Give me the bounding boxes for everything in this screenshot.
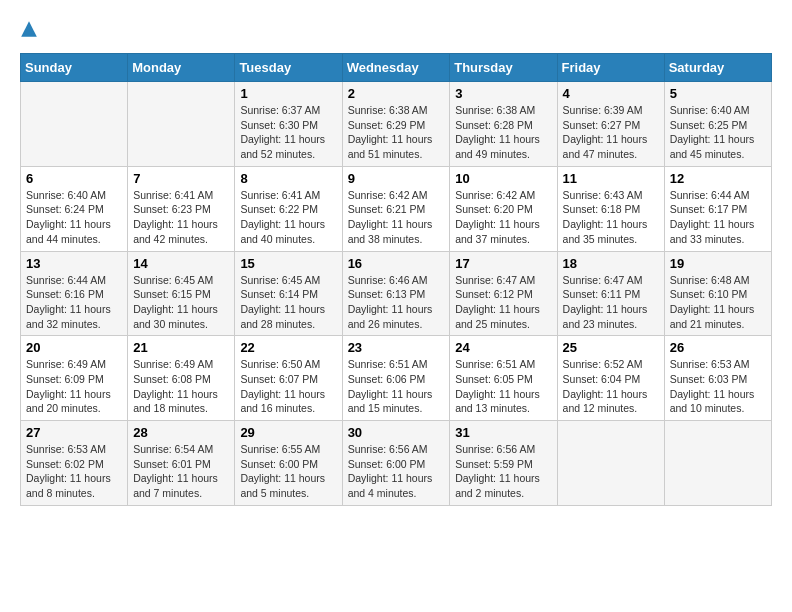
calendar-cell: 30Sunrise: 6:56 AMSunset: 6:00 PMDayligh… <box>342 421 450 506</box>
calendar-cell: 22Sunrise: 6:50 AMSunset: 6:07 PMDayligh… <box>235 336 342 421</box>
calendar-cell: 3Sunrise: 6:38 AMSunset: 6:28 PMDaylight… <box>450 82 557 167</box>
day-number: 27 <box>26 425 122 440</box>
day-info: Sunrise: 6:53 AMSunset: 6:03 PMDaylight:… <box>670 357 766 416</box>
calendar-header-row: SundayMondayTuesdayWednesdayThursdayFrid… <box>21 54 772 82</box>
week-row-2: 6Sunrise: 6:40 AMSunset: 6:24 PMDaylight… <box>21 166 772 251</box>
header-tuesday: Tuesday <box>235 54 342 82</box>
calendar-cell <box>21 82 128 167</box>
day-number: 3 <box>455 86 551 101</box>
calendar-cell: 21Sunrise: 6:49 AMSunset: 6:08 PMDayligh… <box>128 336 235 421</box>
day-info: Sunrise: 6:53 AMSunset: 6:02 PMDaylight:… <box>26 442 122 501</box>
day-number: 22 <box>240 340 336 355</box>
day-number: 19 <box>670 256 766 271</box>
day-info: Sunrise: 6:39 AMSunset: 6:27 PMDaylight:… <box>563 103 659 162</box>
day-info: Sunrise: 6:40 AMSunset: 6:25 PMDaylight:… <box>670 103 766 162</box>
calendar-cell: 24Sunrise: 6:51 AMSunset: 6:05 PMDayligh… <box>450 336 557 421</box>
page-header <box>20 20 772 38</box>
day-info: Sunrise: 6:56 AMSunset: 6:00 PMDaylight:… <box>348 442 445 501</box>
day-info: Sunrise: 6:51 AMSunset: 6:05 PMDaylight:… <box>455 357 551 416</box>
header-friday: Friday <box>557 54 664 82</box>
day-info: Sunrise: 6:44 AMSunset: 6:16 PMDaylight:… <box>26 273 122 332</box>
week-row-1: 1Sunrise: 6:37 AMSunset: 6:30 PMDaylight… <box>21 82 772 167</box>
day-number: 7 <box>133 171 229 186</box>
calendar-cell: 12Sunrise: 6:44 AMSunset: 6:17 PMDayligh… <box>664 166 771 251</box>
day-info: Sunrise: 6:42 AMSunset: 6:20 PMDaylight:… <box>455 188 551 247</box>
week-row-4: 20Sunrise: 6:49 AMSunset: 6:09 PMDayligh… <box>21 336 772 421</box>
calendar-table: SundayMondayTuesdayWednesdayThursdayFrid… <box>20 53 772 506</box>
day-number: 24 <box>455 340 551 355</box>
day-info: Sunrise: 6:54 AMSunset: 6:01 PMDaylight:… <box>133 442 229 501</box>
header-monday: Monday <box>128 54 235 82</box>
day-info: Sunrise: 6:45 AMSunset: 6:14 PMDaylight:… <box>240 273 336 332</box>
calendar-cell: 14Sunrise: 6:45 AMSunset: 6:15 PMDayligh… <box>128 251 235 336</box>
day-info: Sunrise: 6:51 AMSunset: 6:06 PMDaylight:… <box>348 357 445 416</box>
calendar-cell: 5Sunrise: 6:40 AMSunset: 6:25 PMDaylight… <box>664 82 771 167</box>
calendar-cell: 6Sunrise: 6:40 AMSunset: 6:24 PMDaylight… <box>21 166 128 251</box>
calendar-cell: 29Sunrise: 6:55 AMSunset: 6:00 PMDayligh… <box>235 421 342 506</box>
day-number: 28 <box>133 425 229 440</box>
calendar-cell: 25Sunrise: 6:52 AMSunset: 6:04 PMDayligh… <box>557 336 664 421</box>
header-sunday: Sunday <box>21 54 128 82</box>
day-number: 1 <box>240 86 336 101</box>
day-info: Sunrise: 6:46 AMSunset: 6:13 PMDaylight:… <box>348 273 445 332</box>
day-info: Sunrise: 6:40 AMSunset: 6:24 PMDaylight:… <box>26 188 122 247</box>
calendar-cell: 23Sunrise: 6:51 AMSunset: 6:06 PMDayligh… <box>342 336 450 421</box>
day-info: Sunrise: 6:37 AMSunset: 6:30 PMDaylight:… <box>240 103 336 162</box>
calendar-cell: 27Sunrise: 6:53 AMSunset: 6:02 PMDayligh… <box>21 421 128 506</box>
day-info: Sunrise: 6:44 AMSunset: 6:17 PMDaylight:… <box>670 188 766 247</box>
day-number: 29 <box>240 425 336 440</box>
day-number: 8 <box>240 171 336 186</box>
day-number: 30 <box>348 425 445 440</box>
day-info: Sunrise: 6:49 AMSunset: 6:09 PMDaylight:… <box>26 357 122 416</box>
day-number: 17 <box>455 256 551 271</box>
day-number: 2 <box>348 86 445 101</box>
day-number: 11 <box>563 171 659 186</box>
calendar-cell <box>664 421 771 506</box>
day-info: Sunrise: 6:45 AMSunset: 6:15 PMDaylight:… <box>133 273 229 332</box>
day-number: 9 <box>348 171 445 186</box>
header-thursday: Thursday <box>450 54 557 82</box>
day-number: 12 <box>670 171 766 186</box>
day-number: 16 <box>348 256 445 271</box>
calendar-cell: 1Sunrise: 6:37 AMSunset: 6:30 PMDaylight… <box>235 82 342 167</box>
logo-icon <box>20 20 38 38</box>
calendar-cell: 20Sunrise: 6:49 AMSunset: 6:09 PMDayligh… <box>21 336 128 421</box>
day-number: 20 <box>26 340 122 355</box>
calendar-cell: 18Sunrise: 6:47 AMSunset: 6:11 PMDayligh… <box>557 251 664 336</box>
day-info: Sunrise: 6:41 AMSunset: 6:23 PMDaylight:… <box>133 188 229 247</box>
header-wednesday: Wednesday <box>342 54 450 82</box>
day-info: Sunrise: 6:38 AMSunset: 6:28 PMDaylight:… <box>455 103 551 162</box>
day-info: Sunrise: 6:52 AMSunset: 6:04 PMDaylight:… <box>563 357 659 416</box>
day-number: 25 <box>563 340 659 355</box>
day-number: 10 <box>455 171 551 186</box>
day-number: 15 <box>240 256 336 271</box>
calendar-cell: 7Sunrise: 6:41 AMSunset: 6:23 PMDaylight… <box>128 166 235 251</box>
day-number: 26 <box>670 340 766 355</box>
day-info: Sunrise: 6:55 AMSunset: 6:00 PMDaylight:… <box>240 442 336 501</box>
day-info: Sunrise: 6:49 AMSunset: 6:08 PMDaylight:… <box>133 357 229 416</box>
day-info: Sunrise: 6:56 AMSunset: 5:59 PMDaylight:… <box>455 442 551 501</box>
day-number: 14 <box>133 256 229 271</box>
calendar-cell: 28Sunrise: 6:54 AMSunset: 6:01 PMDayligh… <box>128 421 235 506</box>
calendar-cell: 2Sunrise: 6:38 AMSunset: 6:29 PMDaylight… <box>342 82 450 167</box>
day-number: 31 <box>455 425 551 440</box>
calendar-cell: 8Sunrise: 6:41 AMSunset: 6:22 PMDaylight… <box>235 166 342 251</box>
svg-marker-0 <box>21 21 37 37</box>
week-row-3: 13Sunrise: 6:44 AMSunset: 6:16 PMDayligh… <box>21 251 772 336</box>
day-number: 23 <box>348 340 445 355</box>
week-row-5: 27Sunrise: 6:53 AMSunset: 6:02 PMDayligh… <box>21 421 772 506</box>
day-number: 6 <box>26 171 122 186</box>
day-info: Sunrise: 6:38 AMSunset: 6:29 PMDaylight:… <box>348 103 445 162</box>
calendar-cell: 15Sunrise: 6:45 AMSunset: 6:14 PMDayligh… <box>235 251 342 336</box>
day-info: Sunrise: 6:42 AMSunset: 6:21 PMDaylight:… <box>348 188 445 247</box>
day-number: 5 <box>670 86 766 101</box>
calendar-cell <box>557 421 664 506</box>
day-number: 21 <box>133 340 229 355</box>
calendar-cell <box>128 82 235 167</box>
day-info: Sunrise: 6:50 AMSunset: 6:07 PMDaylight:… <box>240 357 336 416</box>
calendar-cell: 31Sunrise: 6:56 AMSunset: 5:59 PMDayligh… <box>450 421 557 506</box>
calendar-cell: 10Sunrise: 6:42 AMSunset: 6:20 PMDayligh… <box>450 166 557 251</box>
calendar-cell: 9Sunrise: 6:42 AMSunset: 6:21 PMDaylight… <box>342 166 450 251</box>
header-saturday: Saturday <box>664 54 771 82</box>
calendar-cell: 11Sunrise: 6:43 AMSunset: 6:18 PMDayligh… <box>557 166 664 251</box>
